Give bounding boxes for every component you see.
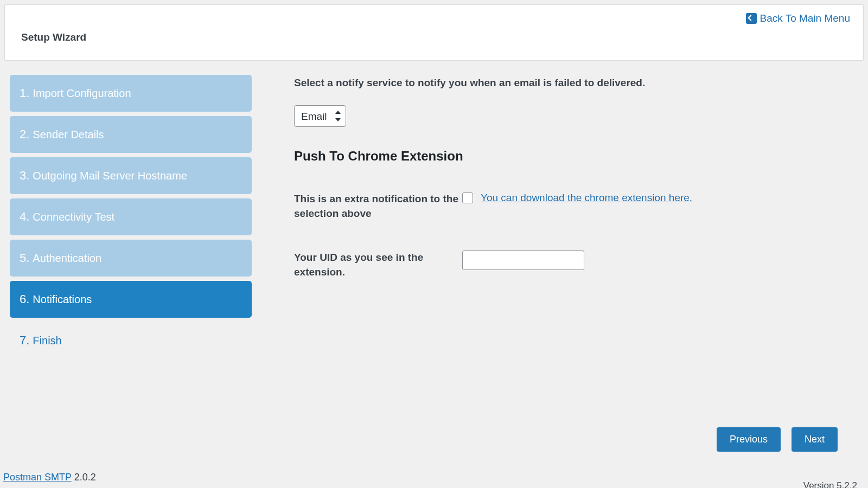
footer-product: Postman SMTP 2.0.2 [3, 472, 96, 483]
header-card: Setup Wizard Back To Main Menu [4, 4, 864, 61]
notify-service-select-wrap: Email [294, 105, 346, 127]
wizard-steps: 1. Import Configuration 2. Sender Detail… [4, 75, 252, 363]
back-to-main-menu-link[interactable]: Back To Main Menu [746, 12, 850, 24]
row-extra-notification: This is an extra notification to the sel… [294, 192, 835, 221]
back-arrow-icon [746, 13, 757, 24]
postman-smtp-link[interactable]: Postman SMTP [3, 472, 72, 483]
step-number: 5. [20, 251, 29, 265]
notify-service-select[interactable]: Email [294, 105, 346, 127]
previous-button[interactable]: Previous [717, 427, 781, 452]
step-label: Authentication [33, 252, 101, 265]
step-number: 3. [20, 169, 29, 183]
step-number: 1. [20, 86, 29, 100]
step-finish[interactable]: 7. Finish [10, 322, 252, 359]
page-title: Setup Wizard [21, 31, 86, 43]
step-label: Outgoing Mail Server Hostname [33, 170, 187, 182]
extra-notification-label: This is an extra notification to the sel… [294, 192, 462, 221]
step-notifications[interactable]: 6. Notifications [10, 281, 252, 318]
step-import-configuration[interactable]: 1. Import Configuration [10, 75, 252, 112]
back-link-label: Back To Main Menu [760, 12, 850, 24]
step-number: 4. [20, 210, 29, 224]
uid-input[interactable] [462, 251, 584, 270]
step-label: Sender Details [33, 129, 104, 141]
step-authentication[interactable]: 5. Authentication [10, 240, 252, 277]
footer-wp-version: Version 5.2.2 [803, 480, 857, 488]
main-panel: Select a notify service to notify you wh… [252, 75, 868, 309]
uid-label: Your UID as you see in the extension. [294, 251, 462, 279]
wizard-nav-buttons: Previous Next [717, 427, 838, 452]
step-label: Import Configuration [33, 87, 131, 100]
row-uid: Your UID as you see in the extension. [294, 251, 835, 279]
step-outgoing-hostname[interactable]: 3. Outgoing Mail Server Hostname [10, 157, 252, 194]
step-connectivity-test[interactable]: 4. Connectivity Test [10, 198, 252, 235]
intro-text: Select a notify service to notify you wh… [294, 77, 835, 89]
step-sender-details[interactable]: 2. Sender Details [10, 116, 252, 153]
step-number: 6. [20, 292, 29, 306]
step-label: Notifications [33, 293, 92, 306]
step-label: Finish [33, 335, 61, 347]
section-heading-chrome-extension: Push To Chrome Extension [294, 149, 835, 164]
step-number: 7. [20, 333, 29, 348]
step-label: Connectivity Test [33, 211, 114, 223]
chrome-extension-checkbox[interactable] [462, 192, 473, 203]
step-number: 2. [20, 127, 29, 142]
postman-smtp-version: 2.0.2 [72, 472, 96, 483]
next-button[interactable]: Next [792, 427, 838, 452]
chrome-extension-download-link[interactable]: You can download the chrome extension he… [481, 192, 692, 204]
